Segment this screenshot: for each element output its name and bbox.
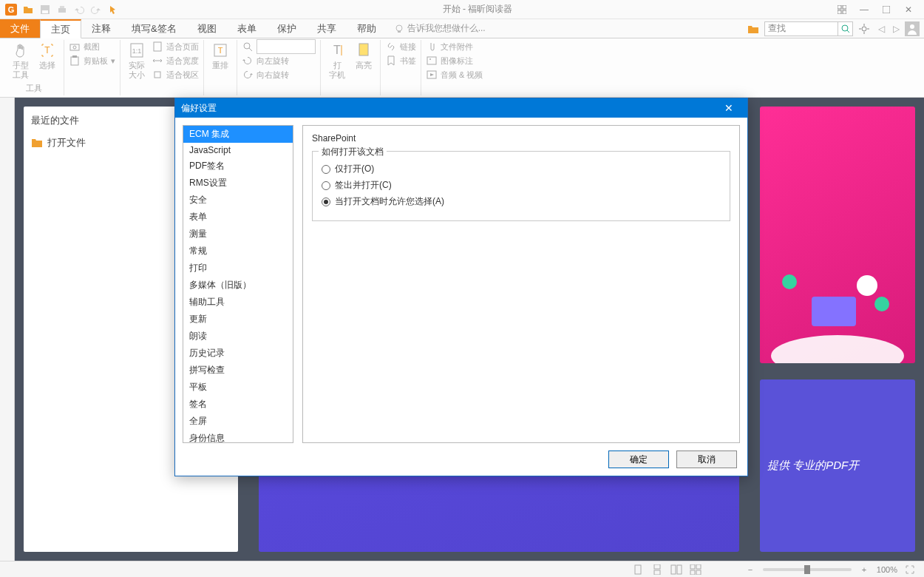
left-sidebar[interactable] (0, 98, 15, 561)
ribbon: 手型 工具 T选择 工具 截图 剪贴板 ▾ 1:1实际 大小 适合页面 适合宽度… (0, 38, 924, 98)
clipboard-button[interactable]: 剪贴板 ▾ (69, 54, 115, 67)
zoom-select[interactable] (242, 40, 316, 53)
actual-size-button[interactable]: 1:1实际 大小 (125, 40, 149, 81)
radio-checkout-open[interactable]: 签出并打开(C) (322, 179, 721, 192)
zoom-slider[interactable] (763, 568, 852, 571)
category-item[interactable]: ECM 集成 (183, 126, 293, 143)
category-item[interactable]: 安全 (183, 192, 293, 209)
tab-file[interactable]: 文件 (0, 19, 40, 38)
snapshot-button[interactable]: 截图 (69, 40, 115, 53)
rotate-left-button[interactable]: 向左旋转 (242, 54, 316, 67)
category-item[interactable]: 平板 (183, 379, 293, 396)
category-item[interactable]: RMS设置 (183, 175, 293, 192)
tab-share[interactable]: 共享 (307, 19, 347, 38)
category-item[interactable]: 朗读 (183, 328, 293, 345)
close-icon[interactable]: ✕ (716, 102, 741, 114)
tab-help[interactable]: 帮助 (347, 19, 387, 38)
svg-rect-6 (838, 5, 841, 9)
category-item[interactable]: 常规 (183, 243, 293, 260)
tellme[interactable]: 告诉我您想做什么... (387, 19, 493, 38)
group-tools-label: 工具 (9, 83, 59, 95)
bookmark-button[interactable]: 书签 (385, 54, 416, 67)
tab-protect[interactable]: 保护 (267, 19, 307, 38)
category-item[interactable]: 全屏 (183, 413, 293, 430)
view-facing-icon[interactable] (670, 564, 683, 576)
tab-home[interactable]: 主页 (40, 19, 81, 38)
svg-rect-26 (72, 55, 77, 58)
attachment-button[interactable]: 文件附件 (426, 40, 483, 53)
redo-icon[interactable] (88, 1, 104, 18)
category-item[interactable]: 多媒体（旧版） (183, 277, 293, 294)
category-item[interactable]: 表单 (183, 209, 293, 226)
close-window-icon[interactable]: ✕ (900, 3, 917, 16)
promo-support-card[interactable] (760, 107, 915, 363)
ribbon-options-icon[interactable] (834, 3, 850, 16)
user-avatar[interactable] (905, 21, 920, 36)
dialog-title: 偏好设置 (181, 102, 217, 115)
category-item[interactable]: 更新 (183, 311, 293, 328)
nav-prev-icon[interactable]: ◁ (875, 24, 887, 34)
svg-point-44 (782, 274, 797, 289)
typewriter-button[interactable]: T打 字机 (325, 40, 349, 81)
image-annot-button[interactable]: 图像标注 (426, 54, 483, 67)
tab-comment[interactable]: 注释 (81, 19, 121, 38)
search-icon[interactable] (838, 22, 852, 36)
svg-text:T: T (44, 45, 50, 55)
category-list[interactable]: ECM 集成JavaScriptPDF签名RMS设置安全表单测量常规打印多媒体（… (183, 125, 293, 443)
tab-view[interactable]: 视图 (187, 19, 227, 38)
open-icon[interactable] (20, 1, 36, 18)
cursor-dropdown-icon[interactable] (105, 1, 121, 18)
cancel-button[interactable]: 取消 (676, 451, 737, 468)
radio-open-only[interactable]: 仅打开(O) (322, 163, 721, 175)
nav-next-icon[interactable]: ▷ (890, 24, 902, 34)
minimize-icon[interactable]: — (856, 3, 872, 16)
radio-ask[interactable]: 当打开文档时允许您选择(A) (322, 195, 721, 208)
category-item[interactable]: PDF签名 (183, 158, 293, 175)
zoom-in-icon[interactable]: + (857, 564, 871, 576)
audio-video-button[interactable]: 音频 & 视频 (426, 68, 483, 81)
svg-rect-30 (154, 72, 160, 78)
highlight-button[interactable]: 高亮 (352, 40, 376, 72)
bookmark-icon (385, 55, 397, 67)
ok-button[interactable]: 确定 (608, 451, 669, 468)
gear-icon[interactable] (856, 21, 872, 37)
reflow-button[interactable]: T重排 (208, 40, 232, 72)
maximize-icon[interactable] (878, 3, 894, 16)
fit-width-button[interactable]: 适合宽度 (152, 54, 199, 67)
category-item[interactable]: 身份信息 (183, 430, 293, 443)
save-icon[interactable] (37, 1, 53, 18)
tab-form[interactable]: 表单 (227, 19, 267, 38)
category-item[interactable]: 测量 (183, 226, 293, 243)
print-icon[interactable] (54, 1, 70, 18)
search-box[interactable]: 查找 (764, 21, 853, 36)
svg-text:G: G (8, 5, 15, 14)
tab-fillsign[interactable]: 填写&签名 (121, 19, 187, 38)
fit-page-button[interactable]: 适合页面 (152, 40, 199, 53)
category-item[interactable]: 打印 (183, 260, 293, 277)
view-continuous-facing-icon[interactable] (689, 564, 702, 576)
dialog-titlebar: 偏好设置 ✕ (175, 98, 747, 118)
category-item[interactable]: JavaScript (183, 143, 293, 158)
view-continuous-icon[interactable] (650, 564, 664, 576)
folder-search-icon[interactable] (745, 21, 761, 37)
link-button[interactable]: 链接 (385, 40, 416, 53)
svg-rect-42 (812, 297, 856, 326)
undo-icon[interactable] (71, 1, 87, 18)
bulb-icon (394, 24, 404, 34)
zoom-out-icon[interactable]: − (744, 564, 757, 576)
fit-visible-button[interactable]: 适合视区 (152, 68, 199, 81)
category-item[interactable]: 签名 (183, 396, 293, 413)
category-item[interactable]: 辅助工具 (183, 294, 293, 311)
radio-icon (322, 165, 330, 174)
attachment-icon (426, 41, 438, 53)
view-single-icon[interactable] (631, 564, 645, 576)
category-item[interactable]: 拼写检查 (183, 362, 293, 379)
rotate-right-button[interactable]: 向右旋转 (242, 68, 316, 81)
fullscreen-icon[interactable] (903, 564, 917, 576)
promo-pro-card[interactable]: 提供 专业的PDF开 (760, 379, 915, 552)
svg-point-11 (396, 25, 402, 31)
select-tool-button[interactable]: T选择 (35, 40, 59, 72)
hand-tool-button[interactable]: 手型 工具 (9, 40, 33, 81)
category-item[interactable]: 历史记录 (183, 345, 293, 362)
svg-rect-9 (843, 10, 846, 14)
